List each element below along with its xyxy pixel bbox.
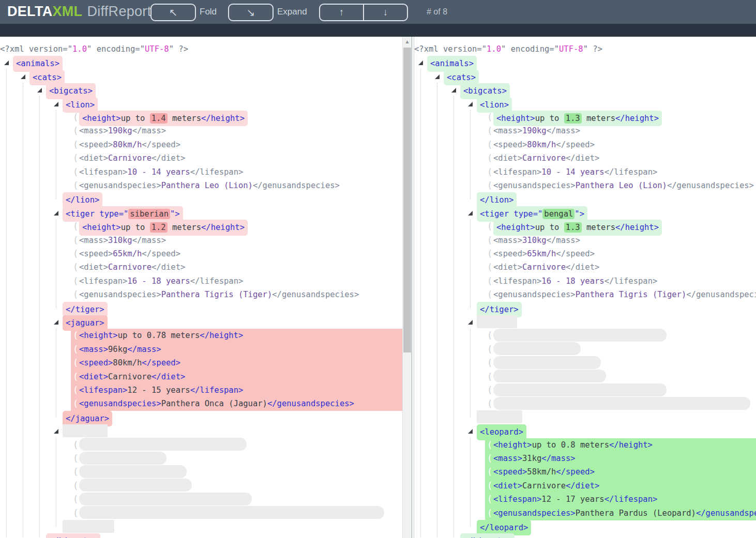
fold-region-icon[interactable]: ( — [487, 479, 492, 493]
next-diff-button[interactable]: ↓ — [363, 5, 407, 20]
placeholder-bar — [79, 452, 167, 465]
fold-region-icon[interactable]: ( — [487, 506, 492, 520]
fold-region-icon[interactable]: ( — [487, 165, 492, 179]
code-token: bengal — [542, 209, 574, 219]
fold-region-icon[interactable]: ( — [73, 151, 78, 165]
code-line: (<lifespan>16 - 18 years</lifespan> — [414, 274, 756, 288]
collapse-toggle-icon[interactable] — [468, 429, 473, 434]
fold-region-icon[interactable]: ( — [73, 274, 78, 288]
scroll-up-arrow-icon[interactable]: ▲ — [403, 38, 412, 46]
fold-region-icon[interactable]: ( — [73, 124, 78, 137]
collapse-toggle-icon[interactable] — [435, 74, 440, 79]
collapse-toggle-icon[interactable] — [468, 320, 473, 325]
fold-region-icon[interactable]: ( — [73, 165, 78, 179]
fold-region-icon[interactable]: ( — [487, 452, 492, 465]
code-token: <diet> — [79, 372, 108, 381]
code-token: <diet> — [79, 263, 108, 272]
fold-region-icon[interactable]: ( — [487, 124, 492, 137]
collapse-toggle-icon[interactable] — [54, 320, 58, 325]
code-token: </mass> — [132, 236, 166, 245]
arrow-down-right-icon: ↘ — [247, 7, 255, 18]
fold-region-icon[interactable]: ( — [487, 356, 492, 370]
fold-region-icon[interactable]: ( — [487, 260, 492, 274]
code-line: ( — [0, 506, 402, 520]
code-line: (<diet>Carnivore</diet> — [414, 260, 756, 274]
collapse-toggle-icon[interactable] — [468, 211, 473, 216]
fold-region-icon[interactable]: ( — [73, 438, 78, 452]
fold-region-icon[interactable]: ( — [73, 329, 78, 342]
placeholder-bar — [63, 424, 108, 437]
code-line: (<speed>58km/h</speed> — [414, 465, 756, 479]
collapse-toggle-icon[interactable] — [37, 88, 42, 93]
fold-region-icon[interactable]: ( — [73, 247, 78, 260]
code-line: <tiger type="siberian"> — [0, 206, 402, 220]
scrollbar-thumb[interactable] — [403, 48, 411, 352]
fold-region-icon[interactable]: ( — [73, 111, 78, 124]
code-line: ( — [414, 329, 756, 343]
fold-region-icon[interactable]: ( — [73, 465, 78, 479]
fold-region-icon[interactable]: ( — [487, 438, 492, 452]
code-content: <lifespan>16 - 18 years</lifespan> — [493, 274, 657, 288]
fold-region-icon[interactable]: ( — [73, 138, 78, 151]
fold-region-icon[interactable]: ( — [487, 397, 492, 410]
fold-region-icon[interactable]: ( — [73, 452, 78, 465]
fold-region-icon[interactable]: ( — [487, 383, 492, 397]
right-document-pane[interactable]: <?xml version="1.0" encoding="UTF-8" ?><… — [414, 37, 756, 538]
code-content: <speed>65km/h</speed> — [493, 247, 595, 260]
collapse-toggle-icon[interactable] — [418, 60, 423, 65]
collapse-toggle-icon[interactable] — [21, 74, 25, 79]
code-token: 31kg — [522, 454, 541, 463]
fold-region-icon[interactable]: ( — [487, 138, 492, 151]
fold-region-icon[interactable]: ( — [73, 370, 78, 383]
fold-region-icon[interactable]: ( — [73, 493, 78, 506]
fold-region-icon[interactable]: ( — [487, 343, 492, 356]
code-token: <genusandspecies> — [79, 399, 161, 408]
previous-diff-button[interactable]: ↑ — [320, 5, 363, 20]
fold-button[interactable]: ↖ — [150, 4, 196, 21]
code-token: Panthera Leo (Lion) — [576, 181, 667, 190]
fold-region-icon[interactable]: ( — [487, 220, 492, 233]
code-content: <lifespan>12 - 15 years</lifespan> — [79, 383, 243, 397]
fold-region-icon[interactable]: ( — [487, 370, 492, 383]
code-line: (<genusandspecies>Panthera Onca (Jaguar)… — [0, 397, 402, 411]
redacted-placeholder — [63, 424, 108, 438]
fold-region-icon[interactable]: ( — [487, 329, 492, 342]
fold-region-icon[interactable]: ( — [73, 506, 78, 520]
fold-region-icon[interactable]: ( — [73, 179, 78, 192]
code-line: (<genusandspecies>Panthera Leo (Lion)</g… — [414, 179, 756, 193]
fold-region-icon[interactable]: ( — [73, 260, 78, 274]
collapse-toggle-icon[interactable] — [54, 102, 58, 106]
placeholder-bar — [477, 315, 517, 328]
fold-region-icon[interactable]: ( — [487, 151, 492, 165]
fold-region-icon[interactable]: ( — [487, 111, 492, 124]
fold-region-icon[interactable]: ( — [487, 247, 492, 260]
fold-region-icon[interactable]: ( — [73, 288, 78, 301]
collapse-toggle-icon[interactable] — [54, 429, 58, 434]
fold-region-icon[interactable]: ( — [73, 220, 78, 233]
left-pane-scrollbar[interactable]: ▲ — [402, 37, 412, 538]
fold-region-icon[interactable]: ( — [73, 397, 78, 410]
code-token: <mass> — [493, 454, 522, 463]
fold-region-icon[interactable]: ( — [73, 343, 78, 356]
fold-region-icon[interactable]: ( — [487, 493, 492, 506]
collapse-toggle-icon[interactable] — [451, 88, 456, 93]
code-token: Panthera Tigris (Tiger) — [161, 290, 273, 299]
fold-region-icon[interactable]: ( — [73, 479, 78, 493]
fold-region-icon[interactable]: ( — [487, 274, 492, 288]
fold-region-icon[interactable]: ( — [487, 179, 492, 192]
expand-button[interactable]: ↘ — [228, 4, 274, 21]
fold-region-icon[interactable]: ( — [73, 234, 78, 247]
collapse-toggle-icon[interactable] — [54, 211, 58, 216]
collapse-toggle-icon[interactable] — [4, 60, 9, 65]
left-document-pane[interactable]: <?xml version="1.0" encoding="UTF-8" ?><… — [0, 37, 402, 538]
fold-region-icon[interactable]: ( — [487, 288, 492, 301]
fold-region-icon[interactable]: ( — [73, 356, 78, 370]
fold-region-icon[interactable]: ( — [487, 234, 492, 247]
redacted-placeholder — [63, 520, 114, 533]
code-line: (<mass>31kg</mass> — [414, 452, 756, 466]
fold-region-icon[interactable]: ( — [487, 465, 492, 479]
collapse-toggle-icon[interactable] — [468, 102, 473, 106]
redacted-placeholder — [79, 438, 247, 452]
code-token: up to 0.78 meters — [118, 331, 200, 340]
fold-region-icon[interactable]: ( — [73, 383, 78, 397]
